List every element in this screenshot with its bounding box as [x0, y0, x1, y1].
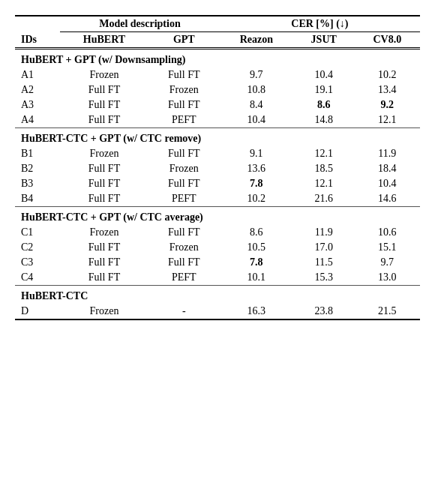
table-row: A1FrozenFull FT9.710.410.2: [15, 68, 420, 82]
row-jsut: 19.1: [293, 82, 355, 98]
row-jsut: 10.4: [293, 68, 355, 82]
row-hubert: Full FT: [60, 176, 148, 191]
row-gpt: Full FT: [148, 225, 220, 240]
row-hubert: Full FT: [60, 270, 148, 286]
table-row: C2Full FTFrozen10.517.015.1: [15, 240, 420, 255]
section-title: HuBERT + GPT (w/ Downsampling): [15, 49, 420, 68]
row-id: A4: [15, 112, 60, 128]
col-hubert: HuBERT: [60, 32, 148, 49]
section-header-row: HuBERT-CTC + GPT (w/ CTC average): [15, 207, 420, 226]
row-cv80: 13.4: [355, 82, 420, 98]
row-hubert: Frozen: [60, 225, 148, 240]
row-jsut: 14.8: [293, 112, 355, 128]
row-jsut: 21.6: [293, 191, 355, 207]
section-header-row: HuBERT-CTC: [15, 286, 420, 304]
header-top-row: IDs Model description CER [%] (↓): [15, 16, 420, 32]
row-reazon: 7.8: [220, 176, 293, 191]
row-id: C1: [15, 225, 60, 240]
table-row: A2Full FTFrozen10.819.113.4: [15, 82, 420, 98]
row-jsut: 15.3: [293, 270, 355, 286]
row-cv80: 15.1: [355, 240, 420, 255]
row-cv80: 9.7: [355, 255, 420, 270]
row-hubert: Full FT: [60, 112, 148, 128]
section-header-row: HuBERT + GPT (w/ Downsampling): [15, 49, 420, 68]
row-jsut: 11.5: [293, 255, 355, 270]
row-cv80: 10.6: [355, 225, 420, 240]
row-hubert: Full FT: [60, 240, 148, 255]
row-reazon: 16.3: [220, 304, 293, 320]
row-cv80: 18.4: [355, 161, 420, 176]
row-gpt: Full FT: [148, 68, 220, 82]
row-reazon: 7.8: [220, 255, 293, 270]
row-id: A1: [15, 68, 60, 82]
row-hubert: Frozen: [60, 146, 148, 161]
row-gpt: PEFT: [148, 270, 220, 286]
table-row: B3Full FTFull FT7.812.110.4: [15, 176, 420, 191]
table-row: C1FrozenFull FT8.611.910.6: [15, 225, 420, 240]
row-jsut: 23.8: [293, 304, 355, 320]
row-id: C2: [15, 240, 60, 255]
row-jsut: 8.6: [293, 98, 355, 112]
section-title: HuBERT-CTC: [15, 286, 420, 304]
row-id: B1: [15, 146, 60, 161]
row-id: C4: [15, 270, 60, 286]
section-title: HuBERT-CTC + GPT (w/ CTC average): [15, 207, 420, 226]
section-title: HuBERT-CTC + GPT (w/ CTC remove): [15, 128, 420, 147]
row-reazon: 8.6: [220, 225, 293, 240]
table-row: B2Full FTFrozen13.618.518.4: [15, 161, 420, 176]
table-row: B4Full FTPEFT10.221.614.6: [15, 191, 420, 207]
col-cv80: CV8.0: [355, 32, 420, 49]
row-cv80: 9.2: [355, 98, 420, 112]
table-row: B1FrozenFull FT9.112.111.9: [15, 146, 420, 161]
row-reazon: 13.6: [220, 161, 293, 176]
row-jsut: 18.5: [293, 161, 355, 176]
row-hubert: Full FT: [60, 82, 148, 98]
row-id: B2: [15, 161, 60, 176]
row-gpt: Full FT: [148, 255, 220, 270]
row-jsut: 12.1: [293, 146, 355, 161]
col-cer: CER [%] (↓): [220, 16, 420, 32]
row-reazon: 9.7: [220, 68, 293, 82]
row-reazon: 10.1: [220, 270, 293, 286]
row-gpt: Full FT: [148, 146, 220, 161]
table-row: C3Full FTFull FT7.811.59.7: [15, 255, 420, 270]
row-reazon: 10.8: [220, 82, 293, 98]
row-cv80: 11.9: [355, 146, 420, 161]
row-hubert: Full FT: [60, 161, 148, 176]
table-row: C4Full FTPEFT10.115.313.0: [15, 270, 420, 286]
row-reazon: 9.1: [220, 146, 293, 161]
row-jsut: 12.1: [293, 176, 355, 191]
row-gpt: Frozen: [148, 161, 220, 176]
col-ids: IDs: [15, 16, 60, 49]
row-gpt: -: [148, 304, 220, 320]
row-cv80: 12.1: [355, 112, 420, 128]
table-row: A3Full FTFull FT8.48.69.2: [15, 98, 420, 112]
row-id: B4: [15, 191, 60, 207]
results-table: IDs Model description CER [%] (↓) HuBERT…: [15, 15, 420, 320]
row-cv80: 13.0: [355, 270, 420, 286]
row-id: A3: [15, 98, 60, 112]
col-gpt: GPT: [148, 32, 220, 49]
table-row: DFrozen-16.323.821.5: [15, 304, 420, 320]
table-row: A4Full FTPEFT10.414.812.1: [15, 112, 420, 128]
row-hubert: Full FT: [60, 191, 148, 207]
row-cv80: 10.4: [355, 176, 420, 191]
row-hubert: Frozen: [60, 304, 148, 320]
row-cv80: 21.5: [355, 304, 420, 320]
row-gpt: Full FT: [148, 98, 220, 112]
row-reazon: 10.5: [220, 240, 293, 255]
col-model-desc: Model description: [60, 16, 220, 32]
row-cv80: 14.6: [355, 191, 420, 207]
row-gpt: PEFT: [148, 191, 220, 207]
row-reazon: 10.4: [220, 112, 293, 128]
row-gpt: Frozen: [148, 240, 220, 255]
row-reazon: 10.2: [220, 191, 293, 207]
header-sub-row: HuBERT GPT Reazon JSUT CV8.0: [15, 32, 420, 49]
row-hubert: Full FT: [60, 255, 148, 270]
row-id: B3: [15, 176, 60, 191]
section-header-row: HuBERT-CTC + GPT (w/ CTC remove): [15, 128, 420, 147]
table-container: IDs Model description CER [%] (↓) HuBERT…: [15, 15, 420, 320]
row-cv80: 10.2: [355, 68, 420, 82]
row-hubert: Full FT: [60, 98, 148, 112]
row-hubert: Frozen: [60, 68, 148, 82]
